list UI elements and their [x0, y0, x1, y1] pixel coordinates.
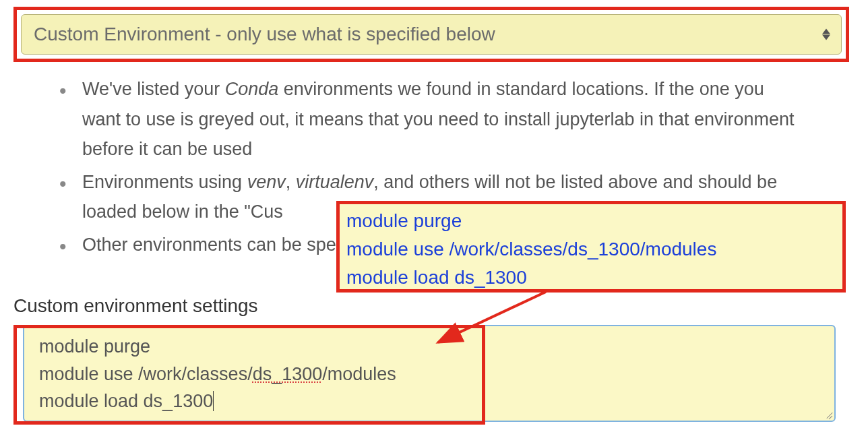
callout-line: module purge	[346, 207, 836, 235]
dropdown-arrows-icon	[822, 29, 830, 40]
text: ,	[286, 172, 296, 192]
custom-env-textarea-container: module purge module use /work/classes/ds…	[23, 325, 836, 422]
textarea-line: module purge	[39, 333, 819, 361]
text: Other environments can be specifie	[82, 235, 369, 255]
textarea-line: module use /work/classes/ds_1300/modules	[39, 361, 819, 388]
dropdown-selected-text: Custom Environment - only use what is sp…	[34, 24, 495, 45]
text-italic: Conda	[225, 79, 279, 99]
text-italic: venv	[247, 172, 286, 192]
custom-env-settings-label: Custom environment settings	[13, 295, 258, 317]
text-italic: virtualenv	[296, 172, 374, 192]
text: Environments using	[82, 172, 247, 192]
callout-line: module use /work/classes/ds_1300/modules	[346, 235, 836, 264]
callout-line: module load ds_1300	[346, 264, 836, 292]
text: We've listed your	[82, 79, 225, 99]
module-commands-callout: module purge module use /work/classes/ds…	[336, 201, 846, 293]
custom-env-textarea[interactable]: module purge module use /work/classes/ds…	[23, 325, 836, 422]
textarea-line: module load ds_1300	[39, 388, 819, 415]
environment-dropdown[interactable]: Custom Environment - only use what is sp…	[21, 14, 842, 55]
environment-dropdown-highlight: Custom Environment - only use what is sp…	[13, 7, 849, 62]
list-item: We've listed your Conda environments we …	[55, 74, 797, 164]
